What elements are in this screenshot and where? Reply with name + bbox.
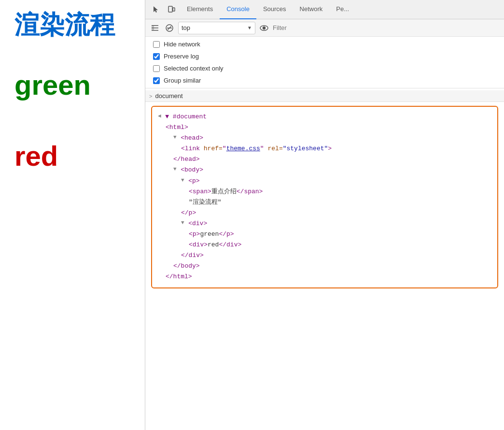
console-section-header[interactable]: > document	[145, 90, 504, 102]
dom-line-p-green: <p>green</p>	[158, 229, 491, 240]
tab-console[interactable]: Console	[220, 0, 256, 19]
dom-line-document: ◀ ▼ #document	[158, 112, 491, 122]
hide-network-row: Hide network	[153, 41, 496, 48]
dom-tree-panel: ◀ ▼ #document <html> ▼ <head> <link href…	[151, 106, 498, 288]
dom-arrow-body[interactable]: ▼	[173, 165, 180, 174]
tab-bar: Elements Console Sources Network Pe...	[145, 0, 504, 19]
tab-elements[interactable]: Elements	[180, 0, 220, 19]
dom-line-span: <span>重点介绍</span>	[158, 186, 491, 197]
filter-input[interactable]	[273, 24, 500, 31]
preserve-log-row: Preserve log	[153, 53, 496, 60]
dom-line-p-open: ▼ <p>	[158, 176, 491, 186]
console-toolbar: top ▼	[145, 19, 504, 37]
sidebar-toggle-btn[interactable]	[149, 22, 161, 34]
eye-btn[interactable]	[258, 22, 270, 34]
page-content: 渲染流程 green red	[0, 0, 145, 430]
cursor-icon-btn[interactable]	[149, 3, 163, 16]
svg-rect-0	[168, 6, 172, 12]
dom-line-link: <link href="theme.css" rel="stylesheet">	[158, 143, 491, 154]
dom-line-html-close: </html>	[158, 272, 491, 282]
context-dropdown-arrow: ▼	[247, 25, 252, 30]
dom-line-div-close: </div>	[158, 250, 491, 261]
svg-rect-5	[152, 25, 154, 30]
group-similar-checkbox[interactable]	[153, 77, 160, 84]
page-green-text: green	[14, 69, 130, 101]
dom-line-head-close: </head>	[158, 154, 491, 165]
dom-line-div-open: ▼ <div>	[158, 218, 491, 229]
dom-line-body-close: </body>	[158, 261, 491, 272]
hide-network-checkbox[interactable]	[153, 41, 160, 48]
page-title: 渲染流程	[14, 10, 130, 40]
svg-rect-1	[173, 8, 175, 11]
clear-console-btn[interactable]	[164, 22, 175, 34]
page-red-text: red	[14, 140, 130, 172]
selected-context-label[interactable]: Selected context only	[164, 65, 224, 72]
preserve-log-label[interactable]: Preserve log	[164, 53, 199, 60]
console-content: > document ◀ ▼ #document <html> ▼ <head>…	[145, 88, 504, 430]
tab-network[interactable]: Network	[293, 0, 330, 19]
selected-context-checkbox[interactable]	[153, 65, 160, 72]
context-value: top	[182, 24, 190, 31]
dom-line-head-open: ▼ <head>	[158, 133, 491, 143]
dom-line-body-open: ▼ <body>	[158, 165, 491, 175]
devtools-panel: Elements Console Sources Network Pe...	[145, 0, 504, 430]
dom-line-div-red: <div>red</div>	[158, 240, 491, 250]
preserve-log-checkbox[interactable]	[153, 53, 160, 60]
section-arrow: >	[149, 93, 152, 99]
dom-line-text-node: "渲染流程"	[158, 197, 491, 208]
console-settings-panel: Hide network Preserve log Selected conte…	[145, 37, 504, 88]
dom-arrow-p[interactable]: ▼	[181, 176, 187, 185]
group-similar-label[interactable]: Group similar	[164, 77, 201, 84]
svg-point-10	[263, 27, 266, 29]
selected-context-row: Selected context only	[153, 65, 496, 72]
theme-css-link[interactable]: theme.css	[226, 143, 260, 154]
tab-sources[interactable]: Sources	[256, 0, 293, 19]
dom-arrow-div[interactable]: ▼	[181, 218, 187, 228]
group-similar-row: Group similar	[153, 77, 496, 84]
dom-line-p-close: </p>	[158, 208, 491, 218]
dom-arrow-head[interactable]: ▼	[173, 133, 180, 142]
hide-network-label[interactable]: Hide network	[164, 41, 200, 48]
dom-line-html-open: <html>	[158, 122, 491, 133]
device-icon-btn[interactable]	[165, 3, 178, 16]
context-selector[interactable]: top ▼	[178, 22, 255, 34]
tab-performance[interactable]: Pe...	[329, 0, 356, 19]
section-label: document	[155, 92, 182, 100]
dom-arrow-document[interactable]: ◀	[158, 112, 164, 121]
